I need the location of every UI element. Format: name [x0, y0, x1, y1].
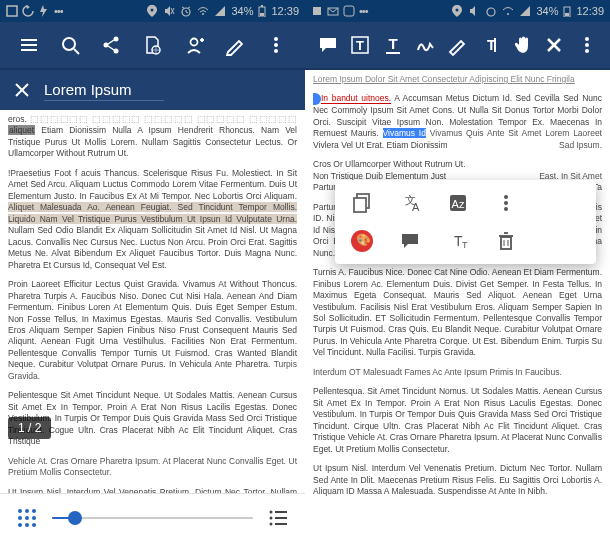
right-screen: ••• 34% 12:39 T T T Lorem Ipsum Dolor Si…	[305, 0, 610, 541]
wifi-icon	[197, 5, 209, 17]
svg-line-8	[188, 7, 190, 8]
svg-point-32	[32, 509, 36, 513]
svg-point-63	[585, 43, 589, 47]
svg-rect-45	[313, 7, 321, 15]
context-popup: 文A Az 🎨 TT	[335, 180, 596, 264]
svg-point-43	[270, 522, 273, 525]
svg-point-31	[25, 509, 29, 513]
search-icon[interactable]	[59, 34, 81, 56]
dictionary-icon[interactable]: Az	[447, 192, 469, 214]
svg-marker-2	[40, 5, 47, 17]
overflow-icon[interactable]	[265, 34, 287, 56]
svg-point-34	[25, 516, 29, 520]
status-bar: ••• 34% 12:39	[0, 0, 305, 22]
svg-rect-53	[565, 13, 569, 16]
svg-point-49	[487, 8, 495, 16]
comment-icon[interactable]	[317, 34, 339, 56]
doc-settings-icon[interactable]	[141, 34, 163, 56]
svg-text:Az: Az	[452, 198, 465, 210]
svg-point-62	[585, 37, 589, 41]
svg-point-3	[151, 9, 154, 12]
battery-pct: 34%	[536, 5, 558, 17]
selection[interactable]: Vivamus Id	[383, 128, 426, 138]
mute-icon	[468, 5, 480, 17]
svg-point-22	[190, 39, 197, 46]
svg-rect-47	[344, 6, 354, 16]
svg-line-20	[108, 46, 114, 50]
svg-point-48	[456, 9, 459, 12]
comment-note-icon[interactable]	[399, 230, 421, 252]
search-hit: aliquet	[8, 125, 35, 135]
svg-marker-10	[215, 6, 225, 16]
svg-point-9	[202, 13, 204, 15]
svg-marker-51	[520, 6, 530, 16]
location-icon	[451, 5, 463, 17]
svg-rect-66	[354, 198, 366, 212]
share-icon[interactable]	[100, 34, 122, 56]
status-bar: ••• 34% 12:39	[305, 0, 610, 22]
add-person-icon[interactable]	[183, 34, 205, 56]
list-view-icon[interactable]	[267, 507, 289, 529]
svg-point-25	[274, 37, 278, 41]
page-indicator: 1 / 2	[8, 417, 51, 439]
svg-point-17	[114, 37, 119, 42]
pan-icon[interactable]	[511, 34, 533, 56]
text-cursor-icon[interactable]: T	[479, 34, 501, 56]
document-right[interactable]: Lorem Ipsum Dolor Sit Amet Consectetur A…	[305, 70, 610, 541]
close-find-icon[interactable]	[14, 82, 30, 98]
toolbar-left	[0, 22, 305, 70]
svg-rect-76	[501, 237, 511, 249]
svg-rect-0	[7, 6, 17, 16]
svg-point-33	[18, 516, 22, 520]
svg-point-30	[18, 509, 22, 513]
signature-icon[interactable]	[414, 34, 436, 56]
location-icon	[146, 5, 158, 17]
draw-icon[interactable]	[446, 34, 468, 56]
translate-icon[interactable]: 文A	[399, 192, 421, 214]
svg-point-41	[270, 516, 273, 519]
overflow-icon[interactable]	[576, 34, 598, 56]
svg-point-71	[504, 195, 508, 199]
svg-line-15	[74, 49, 79, 54]
svg-rect-12	[261, 5, 263, 7]
svg-point-39	[270, 510, 273, 513]
svg-point-72	[504, 201, 508, 205]
battery-pct: 34%	[231, 5, 253, 17]
svg-rect-40	[275, 511, 287, 513]
svg-point-36	[18, 523, 22, 527]
clock: 12:39	[271, 5, 299, 17]
grid-view-icon[interactable]	[16, 507, 38, 529]
delete-icon[interactable]	[495, 230, 517, 252]
svg-line-7	[182, 7, 184, 8]
svg-point-64	[585, 49, 589, 53]
menu-icon[interactable]	[18, 34, 40, 56]
mute-icon	[163, 5, 175, 17]
svg-text:T: T	[357, 38, 365, 53]
svg-rect-44	[275, 523, 287, 525]
selection-start-marker[interactable]	[313, 93, 321, 105]
menu-overflow-icon[interactable]	[495, 192, 517, 214]
text-highlight-icon[interactable]: T	[349, 34, 371, 56]
battery-icon	[258, 5, 266, 17]
document-left[interactable]: eros. ⬚⬚⬚⬚⬚⬚ ⬚⬚⬚⬚⬚ ⬚⬚⬚⬚⬚ ⬚⬚⬚⬚⬚ ⬚⬚⬚⬚⬚ ali…	[0, 110, 305, 493]
copy-icon[interactable]	[351, 192, 373, 214]
color-palette-icon[interactable]: 🎨	[351, 230, 373, 252]
dots-icon: •••	[54, 5, 63, 17]
edit-icon[interactable]	[224, 34, 246, 56]
close-icon[interactable]	[543, 34, 565, 56]
svg-point-14	[63, 38, 75, 50]
page-slider[interactable]	[52, 517, 253, 519]
svg-line-19	[108, 40, 114, 44]
mail-icon	[327, 5, 339, 17]
flash-icon	[38, 5, 50, 17]
wifi-icon	[502, 5, 514, 17]
sync-icon	[22, 5, 34, 17]
find-input[interactable]	[44, 79, 164, 101]
alarm-icon	[485, 5, 497, 17]
text-underline-icon[interactable]: T	[382, 34, 404, 56]
battery-icon	[563, 5, 571, 17]
text-format-icon[interactable]: TT	[447, 230, 469, 252]
square-icon	[311, 5, 323, 17]
box-icon	[6, 5, 18, 17]
left-screen: ••• 34% 12:39 eros. ⬚⬚⬚⬚⬚⬚ ⬚⬚⬚⬚⬚ ⬚⬚⬚⬚⬚ ⬚…	[0, 0, 305, 541]
